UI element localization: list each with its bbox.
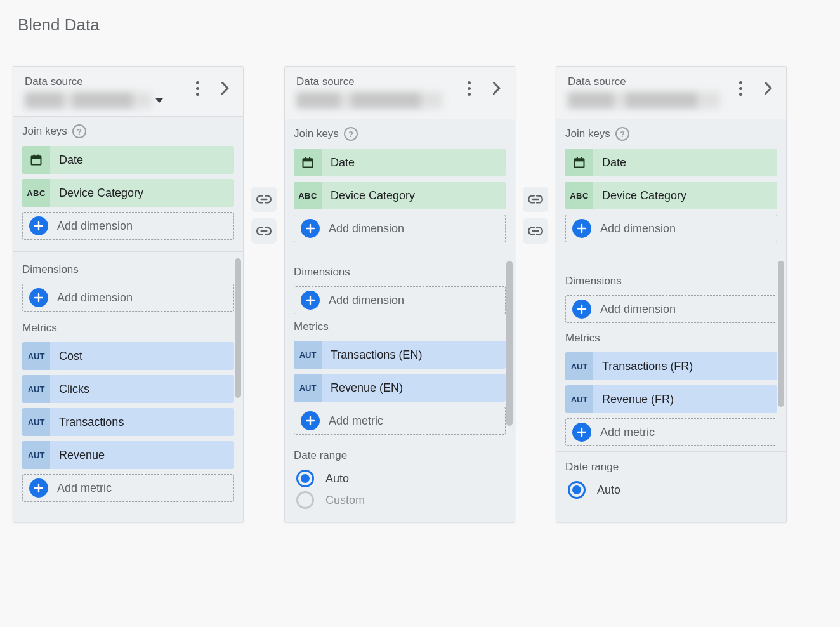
- dimensions-label: Dimensions: [294, 266, 506, 279]
- data-source-selector[interactable]: [296, 92, 454, 111]
- scrollbar[interactable]: [778, 261, 784, 407]
- metric-chip[interactable]: AUT Transactions (EN): [294, 341, 506, 369]
- link-icon: [527, 191, 544, 208]
- join-link-column: [515, 66, 556, 522]
- radio-icon: [296, 491, 314, 509]
- scrollbar[interactable]: [506, 261, 513, 426]
- aggregation-type-icon: AUT: [294, 341, 322, 369]
- join-link-indicator[interactable]: [251, 218, 277, 244]
- more-options-button[interactable]: [728, 76, 753, 101]
- chip-label: Transactions (EN): [322, 348, 506, 362]
- chip-label: Revenue: [50, 449, 234, 462]
- data-source-panel: Data source Join keys ?: [556, 66, 787, 522]
- join-key-chip[interactable]: ABC Device Category: [22, 179, 234, 207]
- more-options-button[interactable]: [456, 76, 482, 101]
- plus-icon: [301, 411, 320, 430]
- add-dimension-label: Add dimension: [57, 291, 133, 305]
- svg-rect-6: [305, 157, 306, 160]
- join-key-chip[interactable]: ABC Device Category: [565, 182, 777, 209]
- data-source-name-redacted: [25, 92, 152, 109]
- date-range-label: Date range: [565, 461, 777, 473]
- chip-label: Device Category: [322, 189, 506, 202]
- add-metric-button[interactable]: Add metric: [294, 407, 506, 435]
- plus-icon: [572, 300, 591, 319]
- join-link-indicator[interactable]: [251, 187, 277, 212]
- expand-panel-button[interactable]: [756, 76, 781, 101]
- join-link-indicator[interactable]: [523, 218, 548, 244]
- aggregation-type-icon: AUT: [22, 342, 50, 370]
- divider: [556, 451, 786, 452]
- help-icon[interactable]: ?: [344, 127, 358, 141]
- data-source-name-redacted: [296, 92, 442, 109]
- data-source-panel: Data source Join keys ?: [284, 66, 515, 522]
- help-icon[interactable]: ?: [615, 127, 629, 141]
- data-source-label: Data source: [296, 76, 454, 88]
- expand-panel-button[interactable]: [213, 76, 238, 101]
- join-link-column: [244, 66, 284, 522]
- add-metric-label: Add metric: [329, 414, 383, 428]
- expand-panel-button[interactable]: [484, 76, 509, 101]
- plus-icon: [29, 478, 48, 498]
- metric-chip[interactable]: AUT Clicks: [22, 375, 234, 403]
- add-metric-button[interactable]: Add metric: [22, 474, 234, 502]
- date-range-auto-radio[interactable]: Auto: [296, 470, 503, 487]
- metric-chip[interactable]: AUT Transactions: [22, 408, 234, 436]
- join-key-chip[interactable]: Date: [565, 148, 777, 176]
- help-icon[interactable]: ?: [72, 124, 86, 138]
- chip-label: Date: [593, 156, 777, 169]
- svg-rect-3: [37, 155, 39, 157]
- aggregation-type-icon: AUT: [22, 375, 50, 403]
- sources-row: Data source Join keys ?: [0, 48, 840, 540]
- radio-icon: [296, 470, 314, 487]
- plus-icon: [301, 219, 320, 238]
- metric-chip[interactable]: AUT Cost: [22, 342, 234, 370]
- panel-scroll-area: Dimensions Add dimension Metrics AUT Cos…: [13, 251, 243, 522]
- join-key-chip[interactable]: ABC Device Category: [294, 182, 506, 209]
- join-keys-text: Join keys: [565, 128, 610, 140]
- metric-chip[interactable]: AUT Revenue: [22, 441, 234, 469]
- data-source-selector[interactable]: [568, 92, 725, 111]
- text-type-icon: ABC: [22, 179, 50, 207]
- date-range-custom-radio[interactable]: Custom: [296, 491, 503, 509]
- more-vertical-icon: [468, 81, 471, 96]
- calendar-icon: [565, 148, 593, 176]
- chip-label: Revenue (FR): [593, 393, 777, 406]
- aggregation-type-icon: AUT: [22, 441, 50, 469]
- metrics-label: Metrics: [22, 322, 234, 334]
- add-dimension-button[interactable]: Add dimension: [22, 284, 234, 312]
- data-source-label: Data source: [25, 76, 182, 88]
- metric-chip[interactable]: AUT Revenue (FR): [565, 385, 777, 413]
- add-dimension-label: Add dimension: [600, 222, 676, 235]
- add-dimension-button[interactable]: Add dimension: [294, 286, 506, 314]
- dimensions-label: Dimensions: [22, 263, 234, 276]
- svg-rect-11: [581, 157, 582, 160]
- chip-label: Transactions: [50, 416, 234, 429]
- join-key-chip[interactable]: Date: [22, 146, 234, 174]
- calendar-icon: [22, 146, 50, 174]
- aggregation-type-icon: AUT: [294, 374, 322, 402]
- add-dimension-label: Add dimension: [600, 303, 676, 316]
- metrics-label: Metrics: [294, 320, 506, 333]
- scrollbar[interactable]: [235, 258, 241, 398]
- add-dimension-button[interactable]: Add dimension: [22, 212, 234, 240]
- date-range-auto-radio[interactable]: Auto: [568, 481, 775, 499]
- join-key-chip[interactable]: Date: [294, 148, 506, 176]
- dimensions-label: Dimensions: [565, 275, 777, 287]
- data-source-selector[interactable]: [25, 92, 182, 109]
- aggregation-type-icon: AUT: [565, 352, 593, 380]
- metric-chip[interactable]: AUT Revenue (EN): [294, 374, 506, 402]
- chip-label: Revenue (EN): [322, 381, 506, 395]
- add-metric-button[interactable]: Add metric: [565, 418, 777, 446]
- join-keys-label: Join keys ?: [22, 124, 234, 138]
- plus-icon: [29, 216, 48, 235]
- add-dimension-button[interactable]: Add dimension: [565, 214, 777, 242]
- add-dimension-label: Add dimension: [329, 222, 404, 235]
- plus-icon: [572, 219, 591, 238]
- aggregation-type-icon: AUT: [565, 385, 593, 413]
- join-link-indicator[interactable]: [523, 187, 548, 212]
- more-options-button[interactable]: [185, 76, 210, 101]
- metric-chip[interactable]: AUT Transactions (FR): [565, 352, 777, 380]
- add-dimension-button[interactable]: Add dimension: [294, 214, 506, 242]
- svg-rect-1: [32, 156, 41, 159]
- add-dimension-button[interactable]: Add dimension: [565, 295, 777, 323]
